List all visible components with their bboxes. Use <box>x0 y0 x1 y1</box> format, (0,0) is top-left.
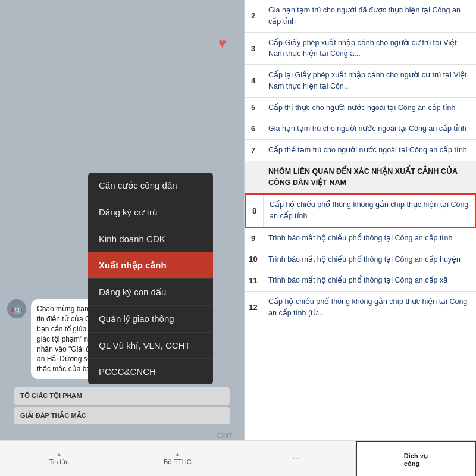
table-row[interactable]: 5 Cấp thị thực cho người nước ngoài tại … <box>245 98 476 119</box>
dropdown-item-kinhdoanh[interactable]: Kinh doanh CĐK <box>88 226 213 252</box>
dropdown-item-cancuoc[interactable]: Căn cước công dân <box>88 173 213 199</box>
heart-icon-container: ♥ <box>218 36 226 51</box>
nav-dots-icon: ··· <box>292 453 300 464</box>
giai-dap-button[interactable]: GIẢI ĐÁP THẮC MẮC <box>14 407 230 424</box>
service-table: 2 Gia hạn tạm trú cho người đã được thực… <box>245 0 476 324</box>
row-num: 10 <box>245 249 262 270</box>
dropdown-item-pccc[interactable]: PCCC&CNCH <box>88 359 213 384</box>
row-num: 9 <box>245 228 262 249</box>
row-content: Trình báo mất hộ chiếu phổ thông tại Côn… <box>262 228 476 249</box>
table-row[interactable]: 3 Cấp Giấy phép xuất nhập cảnh cho người… <box>245 33 476 65</box>
row-content-header: NHÓM LIÊN QUAN ĐẾN XÁC NHẬN XUẤT CẢNH CỦ… <box>262 161 476 193</box>
table-row[interactable]: 6 Gia hạn tạm trú cho người nước ngoài t… <box>245 118 476 140</box>
row-num: 11 <box>245 270 262 291</box>
dropdown-item-vuukhi[interactable]: QL Vũ khí, VLN, CCHT <box>88 333 213 359</box>
row-content: Cấp hộ chiếu phổ thông không gắn chíp th… <box>264 195 475 227</box>
nav-arrow-botthc: ▲ <box>175 451 180 457</box>
table-row[interactable]: 7 Cấp thẻ tạm trú cho người nước ngoài t… <box>245 140 476 161</box>
main-area: ♥ 🤖 Chào mừng bạn đến với Cổng thông tin… <box>0 0 476 440</box>
dropdown-item-giaothong[interactable]: Quản lý giao thông <box>88 306 213 333</box>
chat-timestamp: 09:47 <box>7 433 237 440</box>
row-num: 2 <box>245 0 262 32</box>
row-content: Gia hạn tạm trú cho người nước ngoài tại… <box>262 118 476 139</box>
table-row-highlighted[interactable]: 8 Cấp hộ chiếu phổ thông không gắn chíp … <box>245 193 476 228</box>
row-num: 3 <box>245 33 262 65</box>
nav-label-botthc: Bộ TTHC <box>164 458 192 466</box>
row-num: 12 <box>245 292 262 324</box>
dropdown-item-dangkycon[interactable]: Đăng ký con dấu <box>88 279 213 306</box>
nav-label-tintuc: Tin tức <box>49 458 69 466</box>
row-num: 5 <box>245 98 262 118</box>
dropdown-item-xuatnhap[interactable]: Xuất nhập cảnh <box>88 252 213 279</box>
row-content: Cấp thẻ tạm trú cho người nước ngoài tại… <box>262 140 476 161</box>
row-num: 4 <box>245 65 262 97</box>
row-content: Cấp thị thực cho người nước ngoài tại Cô… <box>262 98 476 118</box>
nav-tintuc[interactable]: ▲ Tin tức <box>0 441 118 476</box>
table-row[interactable]: 9 Trình báo mất hộ chiếu phổ thông tại C… <box>245 228 476 249</box>
row-content: Cấp lại Giấy phép xuất nhập cảnh cho ngư… <box>262 65 476 97</box>
bottom-nav: ▲ Tin tức ▲ Bộ TTHC ··· Dich vụcông <box>0 440 476 476</box>
dropdown-menu: Căn cước công dân Đăng ký cư trú Kinh do… <box>88 173 213 384</box>
nav-label-dichvucong: Dich vụcông <box>404 452 428 467</box>
nav-dichvucong[interactable]: Dich vụcông <box>356 441 476 476</box>
table-row[interactable]: 11 Trình báo mất hộ chiếu phổ thông tại … <box>245 270 476 292</box>
row-num <box>245 161 262 193</box>
row-num: 7 <box>245 140 262 161</box>
row-content: Gia hạn tạm trú cho người đã được thực h… <box>262 0 476 32</box>
table-row[interactable]: 12 Cấp hộ chiếu phổ thông không gắn chíp… <box>245 292 476 324</box>
left-panel: ♥ 🤖 Chào mừng bạn đến với Cổng thông tin… <box>0 0 244 440</box>
row-num: 8 <box>246 195 264 227</box>
table-row[interactable]: 2 Gia hạn tạm trú cho người đã được thực… <box>245 0 476 33</box>
nav-arrow-tintuc: ▲ <box>57 451 62 457</box>
row-content: Trình báo mất hộ chiếu phổ thông tại Côn… <box>262 249 476 270</box>
row-content: Cấp Giấy phép xuất nhập cảnh cho người c… <box>262 33 476 65</box>
table-row[interactable]: 10 Trình báo mất hộ chiếu phổ thông tại … <box>245 249 476 271</box>
nav-more[interactable]: ··· <box>237 441 356 476</box>
dropdown-item-dangky[interactable]: Đăng ký cư trú <box>88 199 213 226</box>
row-num: 6 <box>245 118 262 139</box>
chat-avatar: 🤖 <box>7 299 26 318</box>
row-content: Trình báo mất hộ chiếu phổ thông tại Côn… <box>262 270 476 291</box>
quick-actions: TỐ GIÁC TỘI PHẠM GIẢI ĐÁP THẮC MẮC <box>7 383 237 429</box>
table-row-header: NHÓM LIÊN QUAN ĐẾN XÁC NHẬN XUẤT CẢNH CỦ… <box>245 161 476 194</box>
right-panel[interactable]: 2 Gia hạn tạm trú cho người đã được thực… <box>244 0 476 440</box>
table-row[interactable]: 4 Cấp lại Giấy phép xuất nhập cảnh cho n… <box>245 65 476 98</box>
nav-botthc[interactable]: ▲ Bộ TTHC <box>118 441 237 476</box>
heart-icon[interactable]: ♥ <box>218 36 226 51</box>
to-giac-button[interactable]: TỐ GIÁC TỘI PHẠM <box>14 387 230 405</box>
row-content: Cấp hộ chiếu phổ thông không gắn chíp th… <box>262 292 476 324</box>
